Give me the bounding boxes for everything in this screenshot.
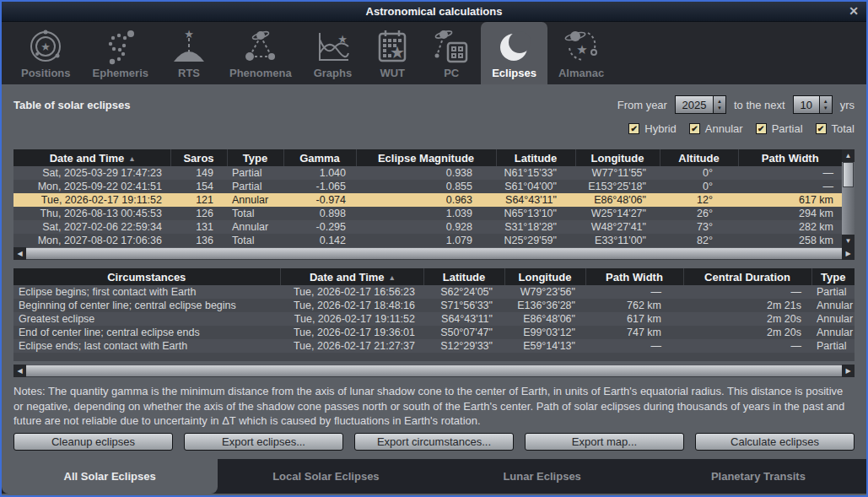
astronomical-calculations-window: Astronomical calculations ✕ ★ Positions …: [0, 0, 868, 497]
notes-text: Notes: The quantity gamma is the minimum…: [13, 384, 855, 429]
tab-label: Almanac: [558, 67, 604, 79]
spin-down-icon[interactable]: ▼: [823, 105, 828, 111]
tab-label: WUT: [380, 67, 405, 79]
close-icon[interactable]: ✕: [849, 4, 859, 18]
almanac-icon: ★: [563, 27, 600, 66]
column-header-longitude[interactable]: Longitude: [575, 149, 660, 166]
table-row-selected[interactable]: Tue, 2026-02-17 19:11:52121Annular-0.974…: [13, 193, 842, 207]
spin-up-icon[interactable]: ▲: [823, 99, 828, 104]
tab-label: Graphs: [314, 67, 353, 79]
from-year-label: From year: [617, 99, 667, 111]
column-header-type[interactable]: Type: [811, 268, 855, 285]
column-header-date-time[interactable]: Date and Time▴: [280, 268, 423, 285]
scrollbar-thumb[interactable]: [843, 162, 854, 187]
scrollbar-thumb[interactable]: [26, 247, 842, 260]
checkbox-checked-icon[interactable]: ✔: [689, 123, 700, 134]
from-year-spinner[interactable]: 2025 ▲▼: [675, 95, 726, 114]
svg-text:★: ★: [40, 41, 51, 53]
tab-positions[interactable]: ★ Positions: [10, 24, 82, 84]
to-next-label: to the next: [734, 99, 785, 111]
eclipse-type-tab-bar: All Solar Eclipses Local Solar Eclipses …: [2, 459, 866, 494]
spinner-arrows[interactable]: ▲▼: [819, 96, 832, 113]
tab-eclipses[interactable]: Eclipses: [481, 22, 547, 84]
table-row[interactable]: Mon, 2027-08-02 17:06:36136Total0.1421.0…: [13, 234, 842, 247]
scroll-up-icon[interactable]: ▲: [842, 149, 855, 162]
positions-icon: ★: [27, 27, 64, 66]
scroll-right-icon[interactable]: ▶: [842, 247, 855, 260]
years-count-spinner[interactable]: 10 ▲▼: [793, 95, 833, 114]
sort-asc-icon: ▴: [391, 273, 395, 282]
table-row[interactable]: Thu, 2026-08-13 00:45:53126Total0.8981.0…: [13, 207, 842, 220]
scroll-left-icon[interactable]: ◀: [13, 247, 26, 260]
tab-all-solar-eclipses[interactable]: All Solar Eclipses: [2, 459, 218, 494]
filter-total[interactable]: ✔ Total: [816, 122, 855, 135]
filter-partial[interactable]: ✔ Partial: [756, 122, 803, 135]
tab-pc[interactable]: PC: [422, 24, 481, 84]
column-header-magnitude[interactable]: Eclipse Magnitude: [356, 149, 496, 166]
column-header-gamma[interactable]: Gamma: [283, 149, 356, 166]
checkbox-checked-icon[interactable]: ✔: [816, 123, 827, 134]
horizontal-scrollbar[interactable]: ◀ ▶: [13, 365, 855, 377]
scrollbar-thumb[interactable]: [26, 365, 842, 377]
cleanup-eclipses-button[interactable]: Cleanup eclipses: [13, 433, 173, 451]
tab-planetary-transits[interactable]: Planetary Transits: [650, 459, 866, 494]
filter-annular[interactable]: ✔ Annular: [689, 122, 743, 135]
filter-hybrid[interactable]: ✔ Hybrid: [628, 122, 677, 135]
table-row[interactable]: Mon, 2025-09-22 02:41:51154Partial-1.065…: [13, 180, 842, 193]
scroll-down-icon[interactable]: ▼: [842, 235, 855, 247]
spin-down-icon[interactable]: ▼: [717, 105, 722, 111]
column-header-saros[interactable]: Saros: [170, 149, 227, 166]
table-row[interactable]: Sat, 2027-02-06 22:59:34131Annular-0.295…: [13, 220, 842, 234]
filter-label: Hybrid: [644, 122, 677, 135]
window-title: Astronomical calculations: [366, 5, 503, 18]
table-row[interactable]: Beginning of center line; central eclips…: [13, 299, 855, 312]
spinner-arrows[interactable]: ▲▼: [713, 96, 725, 113]
years-count-value[interactable]: 10: [794, 96, 819, 113]
export-circumstances-button[interactable]: Export circumstances...: [354, 433, 514, 451]
checkbox-checked-icon[interactable]: ✔: [756, 123, 767, 134]
pc-icon: [433, 27, 470, 66]
tab-wut[interactable]: ★ WUT: [363, 24, 422, 84]
tab-label: Positions: [21, 67, 71, 79]
vertical-scrollbar[interactable]: ▲ ▼: [842, 149, 855, 247]
column-header-central-duration[interactable]: Central Duration: [683, 268, 811, 285]
table-row[interactable]: Greatest eclipseTue, 2026-02-17 19:11:52…: [13, 312, 855, 326]
tab-graphs[interactable]: ★ Graphs: [303, 24, 364, 84]
tab-local-solar-eclipses[interactable]: Local Solar Eclipses: [218, 459, 434, 494]
export-eclipses-button[interactable]: Export eclipses...: [184, 433, 343, 451]
column-header-longitude[interactable]: Longitude: [504, 268, 585, 285]
phenomena-icon: [242, 27, 279, 66]
tab-phenomena[interactable]: Phenomena: [218, 24, 303, 84]
tab-label: PC: [444, 67, 459, 79]
horizontal-scrollbar[interactable]: ◀ ▶: [13, 247, 855, 260]
column-header-circumstances[interactable]: Circumstances: [13, 268, 280, 285]
title-bar[interactable]: Astronomical calculations ✕: [2, 2, 866, 22]
export-map-button[interactable]: Export map...: [525, 433, 684, 451]
graphs-icon: ★: [314, 27, 351, 66]
tab-rts[interactable]: ★ RTS: [159, 24, 218, 84]
scroll-left-icon[interactable]: ◀: [13, 365, 26, 377]
tab-label: Phenomena: [229, 67, 292, 79]
column-header-altitude[interactable]: Altitude: [660, 149, 738, 166]
tab-almanac[interactable]: ★ Almanac: [547, 24, 615, 84]
column-header-latitude[interactable]: Latitude: [423, 268, 504, 285]
column-header-path-width[interactable]: Path Width: [585, 268, 683, 285]
table-row[interactable]: Eclipse ends; last contact with EarthTue…: [13, 339, 855, 353]
table-row[interactable]: Eclipse begins; first contact with Earth…: [13, 285, 855, 299]
from-year-value[interactable]: 2025: [676, 96, 713, 113]
sort-asc-icon: ▴: [130, 154, 134, 163]
table-row[interactable]: End of center line; central eclipse ends…: [13, 326, 855, 339]
column-header-date-time[interactable]: Date and Time▴: [13, 149, 170, 166]
column-header-path-width[interactable]: Path Width: [738, 149, 842, 166]
checkbox-checked-icon[interactable]: ✔: [628, 123, 639, 134]
tab-ephemeris[interactable]: Ephemeris: [82, 24, 159, 84]
filter-label: Total: [832, 122, 855, 135]
solar-eclipses-table: Date and Time▴ Saros Type Gamma Eclipse …: [13, 149, 855, 260]
spin-up-icon[interactable]: ▲: [717, 99, 722, 104]
tab-lunar-eclipses[interactable]: Lunar Eclipses: [434, 459, 650, 494]
table-row[interactable]: Sat, 2025-03-29 17:47:23149Partial1.0400…: [13, 166, 842, 180]
column-header-type[interactable]: Type: [227, 149, 283, 166]
calculate-eclipses-button[interactable]: Calculate eclipses: [695, 433, 855, 451]
column-header-latitude[interactable]: Latitude: [496, 149, 575, 166]
scroll-right-icon[interactable]: ▶: [842, 365, 855, 377]
